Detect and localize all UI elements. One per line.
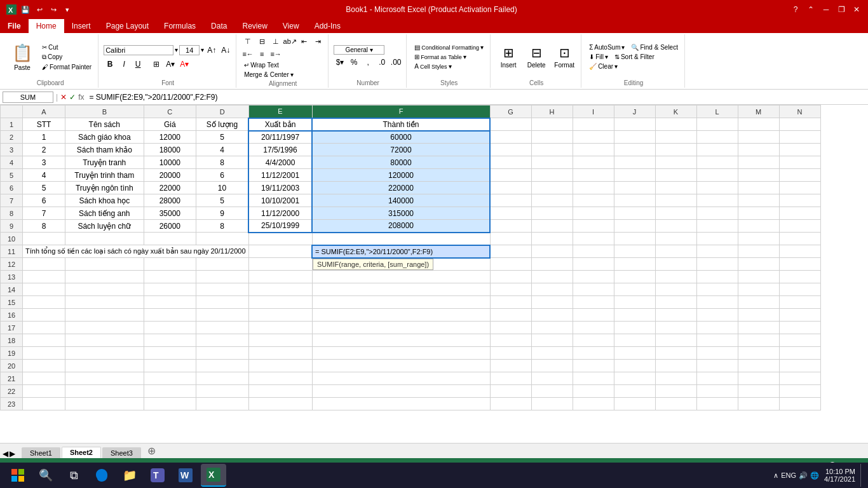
col-header-c[interactable]: C <box>144 105 196 118</box>
save-quick-btn[interactable]: 💾 <box>19 3 32 16</box>
cell-n2[interactable] <box>779 131 820 144</box>
decrease-font-btn[interactable]: A↓ <box>219 44 232 57</box>
tab-addins[interactable]: Add-Ins <box>307 19 348 33</box>
comma-btn[interactable]: , <box>362 56 374 69</box>
cell-m5[interactable] <box>738 169 779 182</box>
cell-a4[interactable]: 3 <box>23 156 65 169</box>
cell-a1[interactable]: STT <box>23 118 65 131</box>
grid-scroll[interactable]: A B C D E F G H I J K L M N <box>0 105 868 443</box>
copy-button[interactable]: ⧉ Copy <box>39 53 94 62</box>
file-explorer-btn[interactable]: 📁 <box>117 464 142 487</box>
sheet-tab-2[interactable]: Sheet2 <box>62 447 101 458</box>
cell-e5[interactable]: 11/12/2001 <box>248 169 312 182</box>
align-bottom-button[interactable]: ⊥ <box>269 36 282 47</box>
cell-m2[interactable] <box>738 131 779 144</box>
cell-a2[interactable]: 1 <box>23 131 65 144</box>
cell-g11[interactable] <box>490 245 531 258</box>
col-header-h[interactable]: H <box>531 105 573 118</box>
add-sheet-btn[interactable]: ⊕ <box>142 444 161 458</box>
cell-k10[interactable] <box>655 233 696 245</box>
cell-i9[interactable] <box>573 220 614 233</box>
col-header-k[interactable]: K <box>655 105 696 118</box>
close-btn[interactable]: ✕ <box>850 3 863 16</box>
font-name-dropdown[interactable]: ▾ <box>175 46 178 53</box>
cell-n9[interactable] <box>779 220 820 233</box>
cell-l8[interactable] <box>696 207 738 220</box>
cell-e9[interactable]: 25/10/1999 <box>248 220 312 233</box>
format-painter-button[interactable]: 🖌 Format Painter <box>39 63 94 71</box>
cell-e4[interactable]: 4/4/2000 <box>248 156 312 169</box>
confirm-formula-icon[interactable]: ✓ <box>69 93 76 102</box>
bold-button[interactable]: B <box>104 58 116 71</box>
cell-a6[interactable]: 5 <box>23 182 65 194</box>
fill-color-button[interactable]: A▾ <box>164 58 177 71</box>
cell-d4[interactable]: 8 <box>196 156 248 169</box>
col-header-d[interactable]: D <box>196 105 248 118</box>
cell-f11[interactable]: = SUMIF(E2:E9,">20/11/2000",F2:F9) SUMIF… <box>312 245 490 258</box>
cell-b2[interactable]: Sách giáo khoa <box>65 131 144 144</box>
cell-b3[interactable]: Sách tham khảo <box>65 144 144 156</box>
cell-m1[interactable] <box>738 118 779 131</box>
cell-d6[interactable]: 10 <box>196 182 248 194</box>
formula-input[interactable] <box>86 92 865 103</box>
cell-g9[interactable] <box>490 220 531 233</box>
indent-increase-btn[interactable]: ⇥ <box>311 36 324 47</box>
cell-k9[interactable] <box>655 220 696 233</box>
col-header-l[interactable]: L <box>696 105 738 118</box>
paste-button[interactable]: 📋 Paste <box>6 37 38 78</box>
cell-b1[interactable]: Tên sách <box>65 118 144 131</box>
decrease-decimal-btn[interactable]: .0 <box>376 56 388 69</box>
help-btn[interactable]: ? <box>789 3 802 16</box>
cell-l6[interactable] <box>696 182 738 194</box>
cell-l7[interactable] <box>696 194 738 207</box>
cell-d9[interactable]: 8 <box>196 220 248 233</box>
name-box[interactable] <box>3 92 53 103</box>
col-header-f[interactable]: F <box>312 105 490 118</box>
cut-button[interactable]: ✂ Cut <box>39 43 94 51</box>
cell-n4[interactable] <box>779 156 820 169</box>
font-name-input[interactable] <box>104 45 173 55</box>
cell-j11[interactable] <box>614 245 655 258</box>
cell-a5[interactable]: 4 <box>23 169 65 182</box>
find-select-button[interactable]: 🔍 Find & Select <box>628 43 680 51</box>
cell-l11[interactable] <box>696 245 738 258</box>
font-size-input[interactable] <box>179 45 200 55</box>
cell-h11[interactable] <box>531 245 573 258</box>
col-header-g[interactable]: G <box>490 105 531 118</box>
clear-button[interactable]: 🧹 Clear ▾ <box>587 62 620 71</box>
align-top-button[interactable]: ⊤ <box>241 36 254 47</box>
tab-data[interactable]: Data <box>203 19 234 33</box>
cell-c7[interactable]: 28000 <box>144 194 196 207</box>
cell-m11[interactable] <box>738 245 779 258</box>
cell-l2[interactable] <box>696 131 738 144</box>
cell-f4[interactable]: 80000 <box>312 156 490 169</box>
cell-a11[interactable]: Tính tổng số tiền các loại sách có ngày … <box>23 245 249 258</box>
cell-f7[interactable]: 140000 <box>312 194 490 207</box>
tab-page-layout[interactable]: Page Layout <box>98 19 156 33</box>
cell-e2[interactable]: 20/11/1997 <box>248 131 312 144</box>
italic-button[interactable]: I <box>118 58 130 71</box>
cell-f9[interactable]: 208000 <box>312 220 490 233</box>
sort-filter-button[interactable]: ⇅ Sort & Filter <box>612 53 657 61</box>
cell-j6[interactable] <box>614 182 655 194</box>
cell-b8[interactable]: Sách tiếng anh <box>65 207 144 220</box>
cell-a9[interactable]: 8 <box>23 220 65 233</box>
cell-l4[interactable] <box>696 156 738 169</box>
cell-l10[interactable] <box>696 233 738 245</box>
cell-g7[interactable] <box>490 194 531 207</box>
cell-d5[interactable]: 6 <box>196 169 248 182</box>
cell-g8[interactable] <box>490 207 531 220</box>
start-button[interactable] <box>5 464 31 487</box>
cell-e3[interactable]: 17/5/1996 <box>248 144 312 156</box>
cell-a8[interactable]: 7 <box>23 207 65 220</box>
cell-k8[interactable] <box>655 207 696 220</box>
align-right-button[interactable]: ≡→ <box>269 48 282 60</box>
excel-taskbar-btn[interactable]: X <box>201 464 226 487</box>
cell-f5[interactable]: 120000 <box>312 169 490 182</box>
cell-m7[interactable] <box>738 194 779 207</box>
cell-c1[interactable]: Giá <box>144 118 196 131</box>
cell-h1[interactable] <box>531 118 573 131</box>
cell-n1[interactable] <box>779 118 820 131</box>
cell-c2[interactable]: 12000 <box>144 131 196 144</box>
indent-decrease-btn[interactable]: ⇤ <box>297 36 310 47</box>
